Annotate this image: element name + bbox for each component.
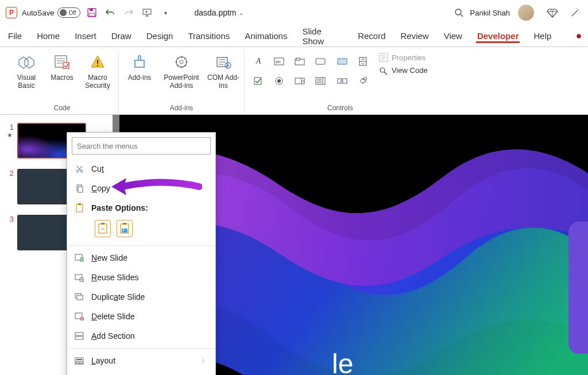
svg-point-5 (578, 9, 579, 10)
tab-design[interactable]: Design (145, 29, 175, 43)
thumb-number: 3 (6, 215, 14, 223)
slide-title-fragment: le (332, 348, 353, 375)
svg-rect-26 (338, 59, 347, 64)
group-controls-label: Controls (327, 103, 353, 113)
control-button-button[interactable] (311, 53, 330, 70)
group-addins-label: Add-ins (170, 103, 194, 113)
macros-label: Macros (51, 74, 73, 82)
chevron-right-icon: 〉 (202, 356, 208, 366)
svg-rect-36 (78, 187, 83, 192)
copy-icon (74, 183, 84, 194)
addins-label: Add-ins (128, 74, 152, 82)
svg-rect-57 (76, 361, 79, 364)
duplicate-icon (74, 292, 84, 302)
new-slide-icon (74, 253, 84, 263)
com-addins-label: COM Add-ins (207, 74, 239, 90)
menu-copy[interactable]: Copy (67, 179, 215, 198)
tab-insert[interactable]: Insert (74, 29, 98, 43)
layout-icon (74, 355, 84, 366)
autosave-toggle[interactable]: Off (57, 7, 80, 18)
menu-add-section[interactable]: Add Section (67, 326, 215, 346)
tab-review[interactable]: Review (400, 29, 430, 43)
duplicate-slide-label: Duplicate Slide (91, 292, 145, 301)
svg-rect-54 (75, 337, 83, 339)
svg-rect-53 (75, 333, 83, 335)
macro-security-button[interactable]: Macro Security (82, 51, 114, 90)
menu-cut-label: Cut (91, 164, 104, 173)
magic-wand-icon[interactable] (568, 6, 582, 20)
menu-layout[interactable]: Layout 〉 (67, 351, 215, 370)
ppt-addins-button[interactable]: PowerPoint Add-ins (159, 51, 204, 90)
svg-point-6 (579, 11, 580, 13)
control-list-button[interactable] (311, 72, 330, 90)
visual-basic-label: Visual Basic (10, 74, 42, 90)
control-combo-button[interactable] (291, 72, 309, 90)
control-spin-button[interactable] (354, 53, 372, 70)
control-textbox-button[interactable]: ab (270, 53, 288, 70)
search-icon[interactable] (452, 6, 466, 20)
menu-search-input[interactable] (72, 137, 211, 154)
tab-help[interactable]: Help (532, 29, 552, 43)
svg-rect-58 (80, 361, 82, 364)
save-button[interactable] (85, 6, 99, 20)
svg-point-34 (80, 170, 83, 172)
svg-rect-11 (97, 65, 98, 66)
tab-record[interactable]: Record (357, 29, 386, 43)
menu-delete-slide[interactable]: Delete Slide (67, 307, 215, 326)
record-indicator-icon[interactable] (577, 34, 581, 38)
paste-picture[interactable] (117, 220, 133, 237)
username-label: Pankil Shah (470, 9, 510, 17)
ribbon: Visual Basic Macros Macro Security Code … (0, 47, 588, 115)
slide-context-menu: Cut Copy Paste Options: New Slide Reuse … (67, 132, 216, 375)
menu-cut[interactable]: Cut (67, 159, 215, 179)
addins-button[interactable]: Add-ins (123, 51, 156, 82)
svg-rect-29 (341, 79, 343, 83)
control-label-button[interactable]: A (249, 53, 268, 70)
redo-button[interactable] (122, 6, 136, 20)
view-code-button[interactable]: View Code (379, 65, 428, 75)
svg-point-33 (76, 170, 79, 172)
delete-icon (74, 311, 84, 322)
scissors-icon (74, 164, 84, 174)
control-checkbox-button[interactable] (249, 72, 268, 90)
avatar[interactable] (518, 5, 534, 21)
svg-rect-43 (122, 229, 127, 233)
control-radio-button[interactable] (270, 72, 288, 90)
control-more-button[interactable] (354, 72, 372, 90)
menu-duplicate-slide[interactable]: Duplicate Slide (67, 287, 215, 307)
macros-button[interactable]: Macros (46, 51, 78, 82)
animation-star-icon: ★ (7, 132, 14, 139)
tab-view[interactable]: View (443, 29, 463, 43)
menu-reuse-slides[interactable]: Reuse Slides (67, 268, 215, 287)
tab-draw[interactable]: Draw (110, 29, 133, 43)
properties-button[interactable]: Properties (379, 53, 428, 62)
svg-point-4 (455, 9, 461, 15)
filename-button[interactable]: dasda.pptm ⌄ (194, 8, 243, 17)
controls-grid-2 (333, 51, 372, 90)
tab-home[interactable]: Home (36, 29, 61, 43)
premium-diamond-icon[interactable] (546, 6, 559, 20)
autosave-label: AutoSave (22, 9, 54, 17)
clipboard-icon (74, 203, 84, 213)
tab-developer[interactable]: Developer (476, 29, 520, 43)
present-button[interactable] (140, 6, 154, 20)
svg-rect-56 (76, 359, 82, 360)
svg-point-23 (277, 79, 281, 83)
reuse-slides-label: Reuse Slides (91, 273, 139, 282)
tab-animations[interactable]: Animations (243, 29, 288, 43)
menu-paste-options-header: Paste Options: (67, 198, 215, 218)
undo-button[interactable] (103, 6, 117, 20)
com-addins-button[interactable]: COM Add-ins (207, 51, 239, 90)
menu-new-slide[interactable]: New Slide (67, 248, 215, 268)
visual-basic-button[interactable]: Visual Basic (10, 51, 42, 90)
tab-slideshow[interactable]: Slide Show (301, 24, 344, 48)
qat-overflow[interactable]: ▾ (158, 6, 172, 20)
menu-reset-slide[interactable]: Reset Slide (67, 370, 215, 375)
paste-keep-formatting[interactable] (95, 220, 111, 237)
tab-file[interactable]: File (7, 29, 23, 43)
control-toggle-button[interactable] (333, 53, 351, 70)
tab-transitions[interactable]: Transitions (187, 29, 231, 43)
group-code-label: Code (54, 103, 71, 113)
control-scrollbar-button[interactable] (333, 72, 351, 90)
control-group-button[interactable] (291, 53, 309, 70)
